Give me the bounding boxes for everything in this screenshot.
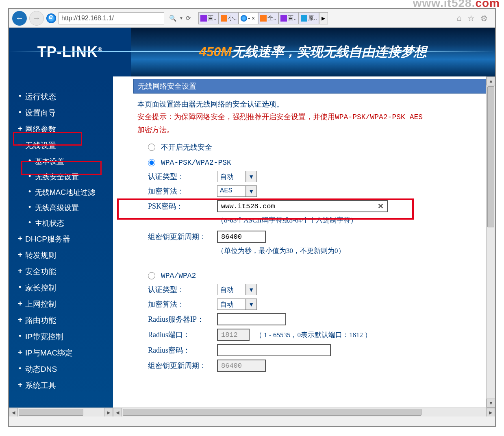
back-button[interactable]: ← <box>12 11 27 26</box>
radius-port-hint: （ 1 - 65535，0表示默认端口：1812 ） <box>255 330 371 340</box>
label-wpa: WPA/WPA2 <box>161 272 196 280</box>
browser-tab[interactable]: 原.. <box>299 12 319 24</box>
main-hscrollbar[interactable]: ◀ ▶ <box>113 408 495 416</box>
tplink-logo: TP-LINK® <box>37 44 102 61</box>
browser-tab[interactable]: 百.. <box>198 12 219 24</box>
scroll-right-icon[interactable]: ▶ <box>486 408 495 416</box>
forward-button[interactable]: → <box>29 11 44 26</box>
scroll-thumb[interactable] <box>487 86 494 227</box>
nav-basic-settings[interactable]: 基本设置 <box>9 154 113 169</box>
enc-algo-label-2: 加密算法： <box>148 299 217 309</box>
tab-favicon <box>301 15 307 22</box>
scroll-right-icon[interactable]: ▶ <box>104 408 113 416</box>
auth-type-label: 认证类型： <box>148 172 217 181</box>
psk-password-input[interactable] <box>217 200 388 212</box>
radius-pwd-input[interactable] <box>217 344 331 356</box>
browser-tab[interactable]: 全.. <box>258 12 278 24</box>
ie-icon <box>46 13 56 23</box>
nav-routing[interactable]: 路由功能 <box>9 312 113 329</box>
auth-type-select[interactable]: 自动▾ <box>217 171 257 182</box>
watermark: www.it528.com <box>413 0 500 10</box>
browser-window: ← → http://192.168.1.1/ 🔍 ▼ ⟳ 百.. 小.. - … <box>8 8 496 427</box>
refresh-icon[interactable]: ⟳ <box>186 15 191 22</box>
nav-access-control[interactable]: 上网控制 <box>9 296 113 312</box>
tab-strip: 百.. 小.. - × 全.. 百.. 原.. ▶ <box>198 12 328 24</box>
radius-ip-label: Radius服务器IP： <box>148 314 217 324</box>
label-wpa-psk: WPA-PSK/WPA2-PSK <box>161 159 231 167</box>
panel-title: 无线网络安全设置 <box>133 79 492 94</box>
tab-favicon <box>221 15 227 22</box>
radio-no-security[interactable] <box>148 144 155 151</box>
dropdown-icon[interactable]: ▼ <box>179 16 183 20</box>
nav-ip-mac-binding[interactable]: IP与MAC绑定 <box>9 345 113 361</box>
tab-favicon <box>260 15 267 22</box>
label-no-security: 不开启无线安全 <box>161 142 212 152</box>
tab-favicon <box>200 15 207 22</box>
favorites-icon[interactable]: ☆ <box>467 13 475 23</box>
enc-algo-label: 加密算法： <box>148 186 217 196</box>
home-icon[interactable]: ⌂ <box>457 13 462 23</box>
address-controls[interactable]: 🔍 ▼ ⟳ <box>167 15 193 22</box>
scroll-down-icon[interactable]: ▼ <box>487 399 495 408</box>
browser-tab[interactable]: 小.. <box>219 12 239 24</box>
nav-mac-filter[interactable]: 无线MAC地址过滤 <box>9 185 113 200</box>
scroll-up-icon[interactable]: ▲ <box>487 76 495 85</box>
scroll-left-icon[interactable]: ◀ <box>9 408 18 416</box>
security-warning: 安全提示：为保障网络安全，强烈推荐开启安全设置，并使用WPA-PSK/WPA2-… <box>137 111 488 136</box>
scroll-thumb[interactable] <box>19 409 83 416</box>
nav-system-tools[interactable]: 系统工具 <box>9 377 113 394</box>
enc-algo-select[interactable]: AES▾ <box>217 185 257 197</box>
enc-algo-select-2[interactable]: 自动▾ <box>217 299 257 310</box>
intro-text: 本页面设置路由器无线网络的安全认证选项。 <box>137 99 488 109</box>
rekey-hint: （单位为秒，最小值为30，不更新则为0） <box>217 246 488 255</box>
nav-wireless-settings[interactable]: 无线设置 <box>9 137 113 154</box>
nav-network-params[interactable]: 网络参数 <box>9 121 113 137</box>
browser-toolbar: ← → http://192.168.1.1/ 🔍 ▼ ⟳ 百.. 小.. - … <box>9 9 495 28</box>
browser-tab[interactable]: 百.. <box>278 12 299 24</box>
nav-run-status[interactable]: 运行状态 <box>9 89 113 105</box>
address-bar[interactable]: http://192.168.1.1/ <box>59 12 164 24</box>
tab-favicon <box>280 15 287 22</box>
nav-ddns[interactable]: 动态DNS <box>9 361 113 377</box>
nav-wireless-security[interactable]: 无线安全设置 <box>9 169 113 185</box>
nav-security[interactable]: 安全功能 <box>9 264 113 280</box>
nav-wireless-advanced[interactable]: 无线高级设置 <box>9 200 113 216</box>
chevron-down-icon[interactable]: ▾ <box>246 186 256 196</box>
nav-parental[interactable]: 家长控制 <box>9 280 113 296</box>
auth-type-select-2[interactable]: 自动▾ <box>217 284 257 295</box>
nav-bandwidth[interactable]: IP带宽控制 <box>9 329 113 345</box>
scroll-thumb[interactable] <box>123 409 421 416</box>
search-icon[interactable]: 🔍 <box>169 15 177 22</box>
sidebar-hscrollbar[interactable]: ◀ ▶ <box>9 408 113 416</box>
chevron-down-icon[interactable]: ▾ <box>246 299 256 310</box>
nav-forwarding[interactable]: 转发规则 <box>9 247 113 264</box>
logo-box: TP-LINK® <box>9 28 131 76</box>
sidebar-nav: 运行状态 设置向导 网络参数 无线设置 基本设置 无线安全设置 无线MAC地址过… <box>9 76 113 416</box>
rekey-input-2[interactable] <box>217 360 266 372</box>
chevron-down-icon[interactable]: ▾ <box>246 171 256 182</box>
nav-host-status[interactable]: 主机状态 <box>9 216 113 231</box>
scroll-left-icon[interactable]: ◀ <box>113 408 122 416</box>
radius-port-label: Radius端口： <box>148 330 217 340</box>
tab-favicon <box>241 15 247 22</box>
radius-port-input[interactable] <box>217 329 250 341</box>
radio-wpa[interactable] <box>148 272 155 279</box>
browser-tab[interactable]: - × <box>239 12 258 24</box>
main-panel: 无线网络安全设置 本页面设置路由器无线网络的安全认证选项。 安全提示：为保障网络… <box>113 76 495 416</box>
radius-ip-input[interactable] <box>217 313 286 325</box>
nav-dhcp[interactable]: DHCP服务器 <box>9 231 113 247</box>
nav-setup-wizard[interactable]: 设置向导 <box>9 105 113 121</box>
clear-input-icon[interactable]: ✕ <box>378 202 384 211</box>
rekey-label-2: 组密钥更新周期： <box>148 361 217 371</box>
auth-type-label-2: 认证类型： <box>148 285 217 294</box>
rekey-input[interactable] <box>217 231 266 243</box>
tabs-overflow-button[interactable]: ▶ <box>319 12 328 24</box>
radio-wpa-psk[interactable] <box>148 159 155 166</box>
rekey-label: 组密钥更新周期： <box>148 232 217 242</box>
banner: TP-LINK® 450M无线速率，实现无线自由连接梦想 <box>9 28 495 76</box>
chevron-down-icon[interactable]: ▾ <box>246 284 256 295</box>
radius-pwd-label: Radius密码： <box>148 345 217 355</box>
main-vscrollbar[interactable]: ▲ ▼ <box>486 76 495 408</box>
psk-hint: （8-63个ASCII码字符或8-64个十六进制字符） <box>217 216 488 225</box>
settings-gear-icon[interactable]: ⚙ <box>480 13 488 23</box>
